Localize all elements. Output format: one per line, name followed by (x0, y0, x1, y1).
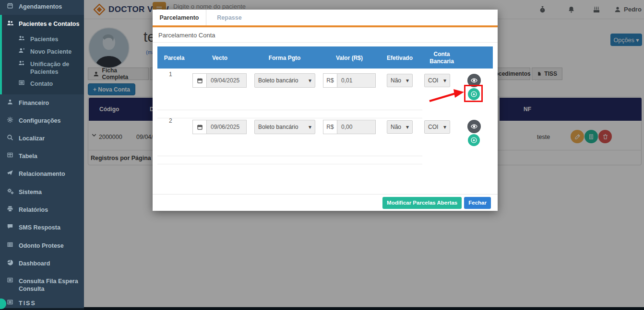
installment-number: 2 (169, 117, 172, 124)
sidebar-label: Relatórios (19, 206, 48, 214)
paper-plane-icon (7, 170, 14, 176)
tab-repasse[interactable]: Repasse (206, 10, 252, 25)
sidebar: Agendamentos Pacientes e Contatos Pacien… (0, 0, 84, 308)
grid-icon (7, 241, 14, 248)
users-icon (18, 35, 26, 41)
sidebar-item-relatorios[interactable]: Relatórios (7, 206, 81, 214)
due-date-field (192, 120, 247, 134)
sidebar-item-pacientes-e-contatos[interactable]: Pacientes e Contatos (7, 20, 81, 28)
highlight-box (464, 85, 483, 102)
sidebar-label: SMS Resposta (19, 224, 60, 231)
bank-account-select[interactable]: COI ▾ (424, 74, 450, 87)
list-icon (7, 277, 14, 283)
sidebar-item-financeiro[interactable]: Financeiro (7, 99, 81, 107)
sidebar-item-agendamentos[interactable]: Agendamentos (7, 3, 81, 11)
annotation-arrow (429, 88, 465, 104)
chevron-down-icon: ▾ (406, 77, 409, 84)
eye-icon (470, 123, 478, 130)
sidebar-item-unificacao-de-pacientes[interactable]: Unificação de Pacientes (12, 60, 81, 76)
column-conta-bancaria: Conta Bancaria (421, 46, 462, 69)
sidebar-item-odonto-protese[interactable]: Odonto Protese (7, 242, 81, 250)
sidebar-item-tiss[interactable]: TISS (7, 299, 81, 307)
column-efetivado: Efetivado (378, 46, 421, 69)
chevron-down-icon: ▾ (309, 124, 311, 130)
amount-input[interactable] (337, 120, 376, 134)
sidebar-label: Pacientes (30, 35, 58, 43)
modal-footer: Modificar Parcelas Abertas Fechar (153, 194, 498, 211)
sidebar-item-consulta-fila-espera[interactable]: Consulta Fila Espera Consulta (7, 277, 81, 293)
list-icon (18, 80, 26, 86)
modal-tab-bar: Parcelamento Repasse (153, 10, 498, 27)
installments-table-header: Parcela Vecto Forma Pgto Valor (R$) Efet… (157, 46, 493, 69)
sidebar-label: Financeiro (19, 99, 49, 107)
bank-account-select[interactable]: COI ▾ (424, 120, 450, 134)
sidebar-label: Contato (30, 80, 53, 88)
sidebar-label: Novo Paciente (30, 48, 72, 56)
calendar-button[interactable] (192, 73, 207, 88)
calendar-icon (197, 78, 203, 84)
eye-icon (470, 77, 478, 84)
column-forma-pgto: Forma Pgto (249, 46, 321, 69)
sidebar-item-novo-paciente[interactable]: Novo Paciente (18, 48, 81, 56)
select-value: Boleto bancário (258, 124, 298, 130)
amount-input[interactable] (337, 73, 376, 88)
sidebar-label: Odonto Protese (19, 242, 64, 250)
chevron-down-icon: ▾ (443, 77, 446, 84)
modify-installments-button[interactable]: Modificar Parcelas Abertas (382, 197, 462, 209)
download-circle-icon (470, 137, 477, 144)
sidebar-item-sms-resposta[interactable]: SMS Resposta (7, 224, 81, 231)
calendar-button[interactable] (192, 120, 207, 134)
sidebar-label: Agendamentos (19, 3, 62, 11)
sidebar-item-sistema[interactable]: Sistema (7, 188, 81, 196)
calendar-icon (197, 124, 203, 130)
chevron-down-icon: ▾ (406, 124, 409, 130)
modal-title: Parcelamento Conta (158, 32, 215, 39)
column-parcela: Parcela (157, 46, 191, 69)
tab-parcelamento[interactable]: Parcelamento (153, 10, 206, 25)
parcelamento-modal: Parcelamento Repasse Parcelamento Conta … (153, 10, 498, 211)
divider (157, 110, 422, 110)
amount-field: R$ (323, 73, 376, 88)
payment-method-select[interactable]: Boleto bancário ▾ (254, 73, 315, 88)
user-plus-icon (18, 47, 26, 54)
divider (157, 118, 422, 118)
sidebar-label: Consulta Fila Espera Consulta (19, 277, 81, 293)
due-date-input[interactable] (207, 73, 247, 88)
divider (157, 156, 422, 156)
sidebar-item-dashboard[interactable]: Dashboard (7, 260, 81, 267)
pie-chart-icon (7, 259, 14, 266)
select-value: COI (428, 124, 438, 130)
finance-icon (7, 99, 14, 105)
select-value: COI (428, 77, 438, 84)
sidebar-label: Configurações (19, 117, 61, 125)
sidebar-item-relacionamento[interactable]: Relacionamento (7, 170, 81, 178)
due-date-input[interactable] (207, 120, 247, 134)
select-value: Não (391, 77, 401, 84)
sidebar-label: Dashboard (19, 260, 50, 267)
sidebar-label: Unificação de Pacientes (30, 60, 81, 76)
column-valor: Valor (R$) (321, 46, 378, 69)
download-button[interactable] (468, 134, 480, 146)
divider (153, 42, 498, 43)
settled-select[interactable]: Não ▾ (387, 120, 413, 134)
printer-icon (7, 206, 14, 212)
sidebar-item-tabela[interactable]: Tabela (7, 152, 81, 160)
sidebar-label: Sistema (19, 188, 42, 196)
settled-select[interactable]: Não ▾ (387, 74, 413, 87)
sidebar-label: Tabela (19, 152, 37, 160)
view-button[interactable] (467, 120, 481, 133)
sidebar-item-contato[interactable]: Contato (18, 80, 81, 88)
sidebar-label: TISS (19, 299, 36, 307)
payment-method-select[interactable]: Boleto bancário ▾ (254, 120, 315, 134)
search-icon (7, 134, 14, 141)
currency-prefix: R$ (323, 120, 337, 134)
sidebar-item-configuracoes[interactable]: Configurações (7, 117, 81, 125)
column-vecto: Vecto (191, 46, 249, 69)
table-icon (7, 152, 14, 158)
select-value: Boleto bancário (258, 77, 298, 84)
close-button[interactable]: Fechar (464, 197, 491, 209)
gear-icon (7, 116, 14, 123)
sidebar-item-localizar[interactable]: Localizar (7, 135, 81, 142)
users-icon (7, 20, 14, 26)
sidebar-item-pacientes[interactable]: Pacientes (18, 35, 81, 43)
